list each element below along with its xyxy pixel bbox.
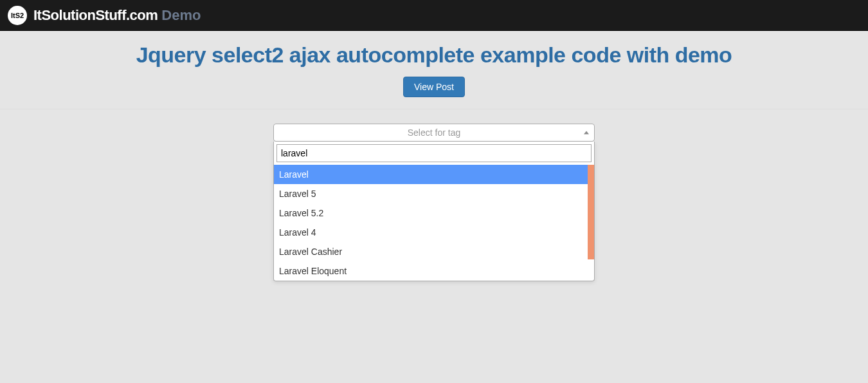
content-area: Select for tag LaravelLaravel 5Laravel 5… — [0, 109, 868, 142]
select2-option[interactable]: Laravel Cashier — [274, 242, 594, 261]
select2-placeholder: Select for tag — [408, 127, 461, 138]
select2-results: LaravelLaravel 5Laravel 5.2Laravel 4Lara… — [274, 165, 594, 281]
chevron-up-icon — [584, 131, 589, 135]
select2-option[interactable]: Laravel Eloquent — [274, 261, 594, 281]
select2-option[interactable]: Laravel 4 — [274, 223, 594, 242]
page-title: Jquery select2 ajax autocomplete example… — [0, 42, 868, 68]
header-section: Jquery select2 ajax autocomplete example… — [0, 31, 868, 109]
select2-option[interactable]: Laravel 5 — [274, 184, 594, 203]
select2-widget: Select for tag LaravelLaravel 5Laravel 5… — [273, 124, 595, 142]
select2-option[interactable]: Laravel 5.2 — [274, 203, 594, 223]
navbar: ItS2 ItSolutionStuff.com Demo — [0, 0, 868, 31]
site-brand[interactable]: ItSolutionStuff.com — [33, 7, 158, 24]
demo-label: Demo — [161, 7, 201, 24]
select2-option[interactable]: Laravel — [274, 165, 594, 184]
site-logo[interactable]: ItS2 — [8, 6, 27, 25]
select2-search-wrap — [274, 142, 594, 165]
scrollbar[interactable] — [588, 165, 594, 259]
view-post-button[interactable]: View Post — [403, 77, 465, 97]
select2-selection[interactable]: Select for tag — [273, 124, 595, 142]
select2-search-input[interactable] — [276, 144, 592, 162]
select2-dropdown: LaravelLaravel 5Laravel 5.2Laravel 4Lara… — [273, 142, 595, 281]
